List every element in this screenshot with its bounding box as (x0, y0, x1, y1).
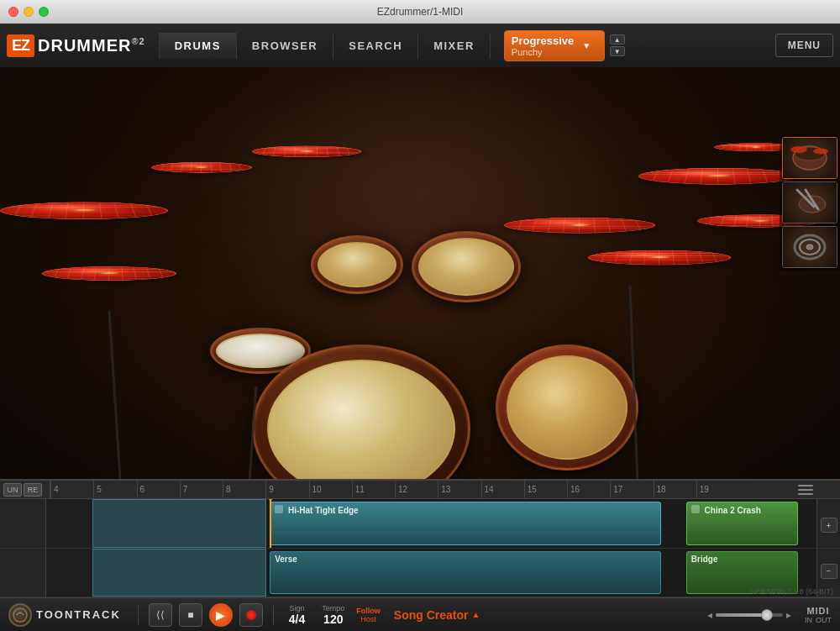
cymbal-china-left[interactable] (249, 145, 364, 157)
titlebar: EZdrummer/1-MIDI (0, 0, 840, 24)
svg-point-16 (13, 608, 27, 622)
divider-2 (273, 605, 274, 625)
thumbnails-panel (780, 134, 840, 271)
seq-tracks: ↖ ✂ + − Hi-Hat Tight Edge (0, 499, 840, 597)
follow-host-button[interactable]: Follow Host (356, 607, 381, 623)
track-1-content[interactable]: Hi-Hat Tight Edge China 2 Crash (92, 499, 816, 548)
tempo-area: Tempo 120 (322, 604, 344, 626)
volume-low-icon: ◂ (707, 609, 712, 621)
volume-high-icon: ▸ (786, 609, 791, 621)
seq-undo-redo-area: UN RE (0, 481, 50, 499)
tab-mixer[interactable]: MIXER (418, 33, 491, 59)
ruler-mark-13: 13 (438, 481, 480, 498)
seq-options-icon[interactable] (798, 482, 813, 497)
ruler-marks: 45678910111213141516171819 (50, 481, 739, 498)
ruler-mark-16: 16 (567, 481, 610, 498)
verse-segment[interactable]: Verse (270, 551, 660, 595)
preset-selector[interactable]: Progressive Punchy ▼ (504, 30, 605, 61)
ruler-mark-4: 4 (50, 481, 93, 498)
redo-button[interactable]: RE (24, 483, 42, 497)
logo-area: EZ DRUMMER®2 (7, 34, 145, 57)
traffic-lights (8, 7, 49, 17)
logo-drummer: DRUMMER®2 (38, 36, 145, 55)
seq-track-2: Verse Bridge (0, 549, 840, 598)
cymbal-ride[interactable] (499, 218, 660, 234)
seq-ruler: UN RE 45678910111213141516171819 (0, 481, 840, 499)
toontrack-logo: TOONTRACK (8, 603, 121, 627)
track1-selection (92, 499, 266, 548)
svg-point-8 (790, 146, 807, 153)
maximize-button[interactable] (39, 7, 49, 17)
svg-point-15 (806, 245, 813, 250)
preset-scroll-up[interactable]: ▲ (610, 34, 625, 45)
midi-section: MIDI IN OUT (805, 606, 832, 624)
track-1-label (0, 499, 46, 548)
tom-rack-2[interactable] (412, 231, 521, 302)
logo-ez: EZ (7, 34, 34, 57)
drum-kit: Toontrack (0, 67, 840, 479)
record-button[interactable] (239, 603, 263, 627)
preset-scroll-down[interactable]: ▼ (610, 46, 625, 56)
volume-slider[interactable] (716, 613, 783, 617)
tab-browser[interactable]: BROWSER (237, 33, 333, 59)
ruler-mark-10: 10 (309, 481, 352, 498)
menu-button[interactable]: MENU (775, 34, 833, 57)
close-button[interactable] (8, 7, 18, 17)
midi-ports: IN OUT (805, 616, 832, 624)
cymbal-grid (0, 202, 172, 218)
cymbal-crash-right[interactable] (633, 168, 804, 185)
preset-text: Progressive Punchy (512, 34, 574, 57)
preset-dropdown-arrow: ▼ (582, 41, 591, 50)
tab-drums[interactable]: DRUMS (159, 33, 237, 59)
hihat-segment[interactable]: Hi-Hat Tight Edge (270, 502, 660, 545)
thumbnail-snare[interactable] (782, 181, 837, 223)
ruler-mark-6: 6 (137, 481, 180, 498)
volume-slider-area: ◂ ▸ (707, 609, 791, 621)
ruler-mark-9: 9 (265, 481, 308, 498)
navbar: EZ DRUMMER®2 DRUMS BROWSER SEARCH MIXER … (0, 24, 840, 67)
seq-track-1: Hi-Hat Tight Edge China 2 Crash (0, 499, 840, 549)
tom-rack-1[interactable] (311, 235, 403, 294)
thumbnail-drums[interactable] (782, 137, 837, 179)
cymbal-crash-left-large[interactable] (0, 202, 175, 219)
thumbnail-hihat[interactable] (782, 226, 837, 268)
preset-name: Progressive (512, 34, 574, 47)
track-2-content[interactable]: Verse Bridge (92, 549, 816, 597)
cymbal-crash-small-left[interactable] (149, 162, 255, 173)
window-title: EZdrummer/1-MIDI (377, 6, 464, 18)
rewind-button[interactable]: ⟨⟨ (149, 603, 172, 627)
tab-search[interactable]: SEARCH (333, 33, 418, 59)
toontrack-circle-icon (8, 603, 32, 627)
ruler-mark-5: 5 (93, 481, 136, 498)
svg-line-0 (109, 311, 122, 479)
volume-thumb[interactable] (761, 609, 773, 621)
stop-button[interactable]: ■ (179, 603, 202, 627)
track-2-label (0, 549, 46, 597)
ruler-mark-8: 8 (223, 481, 265, 498)
toontrack-label: TOONTRACK (36, 608, 121, 621)
toolbar: TOONTRACK ⟨⟨ ■ ▶ Sign 4/4 Tempo 120 Foll… (0, 597, 840, 631)
ruler-mark-19: 19 (696, 481, 739, 498)
sequencer: UN RE 45678910111213141516171819 ↖ ✂ + − (0, 479, 840, 597)
ruler-mark-11: 11 (352, 481, 395, 498)
ruler-mark-7: 7 (180, 481, 223, 498)
version-text: VERSION 2.1.8 (64-BIT) (750, 587, 833, 596)
track2-selection (92, 549, 266, 597)
song-creator-button[interactable]: Song Creator ▲ (394, 608, 480, 622)
floor-tom[interactable] (496, 344, 638, 471)
ruler-mark-18: 18 (654, 481, 696, 498)
cymbal-hihat[interactable] (38, 266, 181, 281)
song-creator-arrow-icon: ▲ (471, 610, 480, 619)
time-signature-area: Sign 4/4 (289, 604, 305, 626)
china-crash-segment[interactable]: China 2 Crash (686, 502, 799, 545)
song-creator-label: Song Creator (394, 608, 469, 622)
drum-area: Toontrack (0, 67, 840, 479)
minimize-button[interactable] (24, 7, 34, 17)
play-button[interactable]: ▶ (209, 603, 233, 627)
svg-point-9 (813, 149, 828, 155)
ruler-mark-17: 17 (610, 481, 653, 498)
ruler-mark-12: 12 (395, 481, 438, 498)
playhead (270, 499, 271, 548)
cymbal-china-right[interactable] (583, 250, 735, 266)
undo-button[interactable]: UN (3, 483, 22, 497)
